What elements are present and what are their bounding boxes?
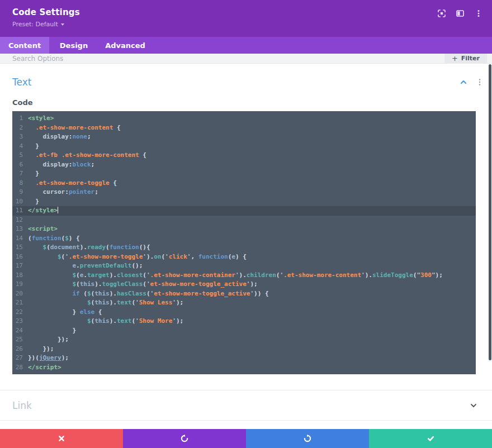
filter-label: Filter: [461, 55, 480, 62]
code-settings-modal: Code Settings Preset: Default: [0, 0, 492, 448]
code-line[interactable]: 15 $(document).ready(function(){: [12, 243, 476, 252]
undo-icon: [180, 434, 189, 443]
tab-design[interactable]: Design: [49, 37, 98, 54]
code-line[interactable]: 5 .et-fb .et-show-more-content {: [12, 151, 476, 160]
redo-button[interactable]: [246, 429, 369, 448]
code-line[interactable]: 11</style>: [12, 206, 476, 216]
line-number: 8: [12, 179, 28, 188]
preset-selector[interactable]: Preset: Default: [12, 21, 64, 28]
settings-content: Text Code 1<style>2 .et-sho: [0, 64, 492, 429]
line-number: 24: [12, 326, 28, 336]
code-line[interactable]: 22 } else {: [12, 308, 476, 317]
section-title-link: Link: [12, 400, 32, 411]
preset-label: Preset: Default: [12, 21, 58, 28]
undo-button[interactable]: [123, 429, 246, 448]
line-number: 4: [12, 142, 28, 151]
line-number: 16: [12, 252, 28, 262]
redo-icon: [303, 434, 312, 443]
code-line[interactable]: 1<style>: [12, 114, 476, 123]
code-line[interactable]: 19 $(this).toggleClass('et-show-more-tog…: [12, 280, 476, 289]
ellipsis-vertical-icon: [476, 78, 483, 86]
code-line[interactable]: 24 }: [12, 326, 476, 336]
code-line[interactable]: 27})(jQuery);: [12, 354, 476, 363]
line-number: 23: [12, 317, 28, 326]
chevron-down-icon: [470, 402, 477, 409]
code-line[interactable]: 18 $(e.target).closest('.et-show-more-co…: [12, 271, 476, 280]
section-title-text[interactable]: Text: [12, 77, 31, 88]
search-input[interactable]: [0, 54, 444, 63]
line-number: 3: [12, 132, 28, 142]
more-options-button[interactable]: [474, 8, 483, 18]
sidebar-layout-button[interactable]: [455, 8, 465, 18]
search-options-bar: + Filter: [0, 54, 492, 64]
code-line[interactable]: 16 $('.et-show-more-toggle').on('click',…: [12, 252, 476, 262]
code-line[interactable]: 7 }: [12, 169, 476, 179]
line-number: 9: [12, 188, 28, 197]
ellipsis-vertical-icon: [474, 9, 483, 18]
line-number: 21: [12, 298, 28, 308]
line-number: 12: [12, 216, 28, 225]
text-cursor: [58, 207, 59, 213]
code-line[interactable]: 23 $(this).text('Show More');: [12, 317, 476, 326]
check-icon: [427, 435, 435, 442]
line-number: 1: [12, 114, 28, 123]
tab-bar: Content Design Advanced: [0, 37, 492, 54]
section-menu-button[interactable]: [475, 78, 484, 87]
line-number: 7: [12, 169, 28, 179]
link-section[interactable]: Link: [0, 390, 492, 420]
code-line[interactable]: 12: [12, 216, 476, 225]
line-number: 5: [12, 151, 28, 160]
modal-header: Code Settings Preset: Default: [0, 0, 492, 37]
section-divider: [0, 420, 492, 421]
line-number: 22: [12, 308, 28, 317]
code-line[interactable]: 21 $(this).text('Show Less');: [12, 298, 476, 308]
line-number: 17: [12, 261, 28, 271]
code-line[interactable]: 10 }: [12, 197, 476, 207]
code-line[interactable]: 4 }: [12, 142, 476, 151]
discard-button[interactable]: [0, 429, 123, 448]
code-line[interactable]: 6 display:block;: [12, 160, 476, 170]
expand-icon: [437, 9, 446, 18]
chevron-up-icon: [460, 79, 467, 85]
line-number: 14: [12, 234, 28, 244]
collapse-section-button[interactable]: [459, 78, 468, 87]
line-number: 15: [12, 243, 28, 252]
line-number: 25: [12, 335, 28, 345]
code-line[interactable]: 17 e.preventDefault();: [12, 261, 476, 271]
line-number: 6: [12, 160, 28, 170]
line-number: 13: [12, 225, 28, 234]
line-number: 26: [12, 345, 28, 354]
sidebar-layout-icon: [456, 9, 465, 18]
save-button[interactable]: [369, 429, 492, 448]
line-number: 20: [12, 289, 28, 299]
text-section: Text Code 1<style>2 .et-sho: [0, 64, 492, 374]
code-line[interactable]: 28</script>: [12, 363, 476, 373]
code-editor-lines: 1<style>2 .et-show-more-content {3 displ…: [12, 114, 476, 372]
line-number: 10: [12, 197, 28, 207]
scrollbar-thumb[interactable]: [489, 64, 491, 360]
footer-actions: [0, 429, 492, 448]
code-line[interactable]: 2 .et-show-more-content {: [12, 123, 476, 133]
code-line[interactable]: 20 if ($(this).hasClass('et-show-more-to…: [12, 289, 476, 299]
line-number: 2: [12, 123, 28, 133]
tab-advanced[interactable]: Advanced: [98, 37, 152, 54]
caret-down-icon: [61, 23, 64, 26]
expand-modal-button[interactable]: [437, 8, 446, 18]
code-line[interactable]: 26 });: [12, 345, 476, 354]
code-line[interactable]: 25 });: [12, 335, 476, 345]
line-number: 27: [12, 354, 28, 363]
code-field-label: Code: [12, 98, 492, 107]
line-number: 11: [12, 206, 28, 216]
code-line[interactable]: 14(function($) {: [12, 234, 476, 244]
code-line[interactable]: 13<script>: [12, 225, 476, 234]
code-line[interactable]: 9 cursor:pointer;: [12, 188, 476, 197]
close-icon: [58, 435, 65, 442]
tab-content[interactable]: Content: [0, 37, 49, 54]
line-number: 28: [12, 363, 28, 373]
line-number: 19: [12, 280, 28, 289]
code-line[interactable]: 8 .et-show-more-toggle {: [12, 179, 476, 188]
code-editor[interactable]: 1<style>2 .et-show-more-content {3 displ…: [12, 111, 476, 374]
filter-button[interactable]: + Filter: [444, 54, 487, 63]
line-number: 18: [12, 271, 28, 280]
code-line[interactable]: 3 display:none;: [12, 132, 476, 142]
